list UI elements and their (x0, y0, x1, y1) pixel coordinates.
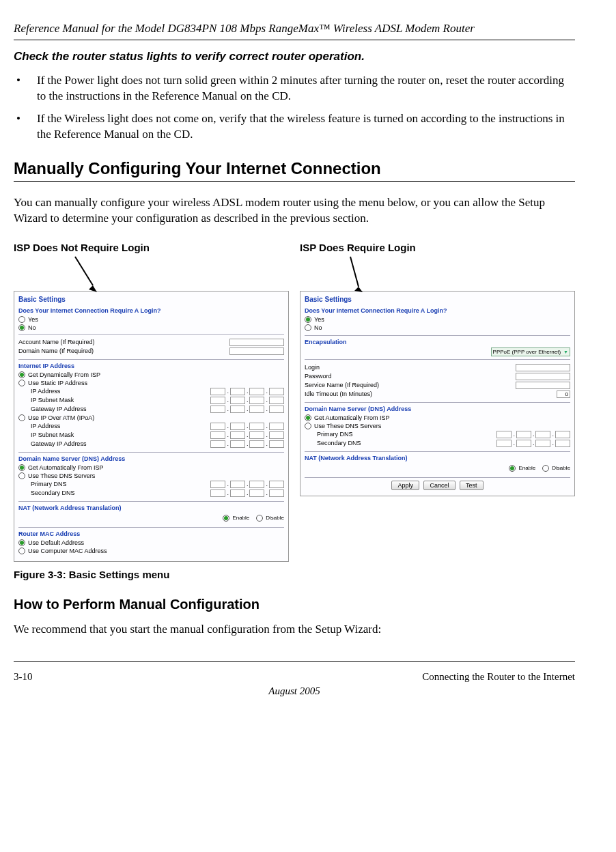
chapter-title: Connecting the Router to the Internet (422, 671, 575, 683)
body-paragraph: We recommend that you start the manual c… (14, 622, 575, 638)
chevron-down-icon: ▼ (563, 350, 568, 354)
settings-panel-left: Basic Settings Does Your Internet Connec… (14, 291, 289, 562)
left-caption-text: ISP Does Not Require Login (14, 242, 150, 253)
panel-title: Basic Settings (305, 296, 570, 303)
panel-title: Basic Settings (18, 296, 284, 303)
intro-paragraph: You can manually configure your wireless… (14, 195, 575, 227)
radio-nat-disable[interactable] (542, 465, 549, 472)
nat-heading: NAT (Network Address Translation) (305, 451, 570, 462)
svg-marker-1 (89, 285, 97, 292)
radio-label: Use These DNS Servers (314, 423, 381, 429)
radio-yes[interactable] (305, 316, 311, 323)
idle-timeout-label: Idle Timeout (In Minutes) (305, 390, 557, 397)
radio-label: No (28, 324, 36, 331)
select-value: PPPoE (PPP over Ethernet) (493, 349, 561, 355)
dns-heading: Domain Name Server (DNS) Address (18, 452, 284, 462)
radio-yes[interactable] (18, 316, 25, 323)
subnet-label: IP Subnet Mask (31, 431, 210, 438)
secondary-dns-input[interactable]: ... (496, 440, 570, 447)
test-button[interactable]: Test (460, 481, 484, 490)
radio-label: Use IP Over ATM (IPoA) (28, 414, 94, 421)
ip-address-label: IP Address (31, 423, 210, 429)
dns-heading: Domain Name Server (DNS) Address (305, 402, 570, 412)
login-question: Does Your Internet Connection Require A … (305, 307, 570, 314)
radio-label: Enable (232, 515, 249, 521)
radio-static[interactable] (18, 380, 25, 386)
radio-label: Get Automatically From ISP (314, 414, 390, 421)
radio-dns-use[interactable] (305, 423, 311, 429)
radio-label: Get Automatically From ISP (28, 464, 104, 471)
gateway-input[interactable]: ... (210, 440, 284, 448)
radio-dns-auto[interactable] (305, 414, 311, 421)
subnet-input[interactable]: ... (210, 397, 284, 404)
radio-no[interactable] (18, 324, 25, 331)
login-question: Does Your Internet Connection Require A … (18, 307, 284, 314)
domain-name-input[interactable] (229, 347, 284, 355)
footer-date: August 2005 (14, 685, 575, 697)
primary-dns-label: Primary DNS (31, 481, 210, 487)
radio-ipoa[interactable] (18, 414, 25, 421)
service-name-label: Service Name (If Required) (305, 382, 516, 388)
radio-label: Use These DNS Servers (28, 472, 95, 479)
radio-label: Disable (266, 515, 284, 521)
footer: 3-10 Connecting the Router to the Intern… (14, 661, 575, 697)
radio-label: Use Static IP Address (28, 380, 87, 386)
arrow-icon (348, 255, 380, 296)
subnet-input[interactable]: ... (210, 431, 284, 439)
service-name-input[interactable] (516, 382, 570, 389)
radio-nat-disable[interactable] (256, 515, 263, 522)
secondary-dns-input[interactable]: ... (210, 489, 284, 497)
radio-label: Enable (518, 465, 535, 471)
step-heading: Check the router status lights to verify… (14, 50, 575, 63)
radio-nat-enable[interactable] (509, 465, 516, 472)
login-label: Login (305, 364, 516, 371)
radio-mac-default[interactable] (18, 539, 25, 546)
ip-address-input[interactable]: ... (210, 388, 284, 395)
bullet-list: • If the Power light does not turn solid… (14, 73, 575, 143)
ip-address-label: IP Address (31, 388, 210, 395)
radio-dns-auto[interactable] (18, 464, 25, 471)
radio-label: Use Default Address (28, 539, 84, 546)
gateway-label: Gateway IP Address (31, 440, 210, 447)
list-item: • If the Wireless light does not come on… (14, 111, 575, 143)
apply-button[interactable]: Apply (391, 481, 419, 490)
primary-dns-input[interactable]: ... (496, 431, 570, 438)
figure-caption: Figure 3-3: Basic Settings menu (14, 569, 575, 580)
figure-row: ISP Does Not Require Login Basic Setting… (14, 242, 575, 562)
subnet-label: IP Subnet Mask (31, 397, 210, 403)
radio-label: Get Dynamically From ISP (28, 371, 100, 378)
encapsulation-heading: Encapsulation (305, 335, 570, 345)
svg-marker-3 (354, 287, 363, 292)
encapsulation-select[interactable]: PPPoE (PPP over Ethernet)▼ (491, 347, 570, 356)
radio-no[interactable] (305, 324, 311, 331)
radio-label: Yes (28, 316, 38, 323)
gateway-input[interactable]: ... (210, 406, 284, 413)
figure-right: ISP Does Require Login Basic Settings Do… (300, 242, 575, 496)
radio-nat-enable[interactable] (223, 515, 229, 522)
radio-label: Yes (314, 316, 324, 323)
left-caption: ISP Does Not Require Login (14, 242, 289, 291)
password-label: Password (305, 373, 516, 380)
radio-dynamic[interactable] (18, 371, 25, 378)
running-header: Reference Manual for the Model DG834PN 1… (14, 22, 575, 36)
password-input[interactable] (516, 373, 570, 380)
cancel-button[interactable]: Cancel (423, 481, 455, 490)
header-rule (14, 40, 575, 40)
radio-label: Use Computer MAC Address (28, 548, 107, 554)
radio-mac-computer[interactable] (18, 548, 25, 554)
arrow-icon (72, 255, 105, 296)
radio-dns-use[interactable] (18, 472, 25, 479)
account-name-label: Account Name (If Required) (18, 339, 229, 345)
mac-heading: Router MAC Address (18, 527, 284, 537)
bullet-icon: • (14, 111, 37, 143)
right-caption-text: ISP Does Require Login (300, 242, 416, 253)
button-row: Apply Cancel Test (305, 477, 570, 490)
login-input[interactable] (516, 364, 570, 371)
primary-dns-input[interactable]: ... (210, 481, 284, 488)
account-name-input[interactable] (229, 339, 284, 346)
radio-label: No (314, 324, 322, 331)
primary-dns-label: Primary DNS (317, 431, 496, 438)
gateway-label: Gateway IP Address (31, 406, 210, 412)
ip-address-input[interactable]: ... (210, 423, 284, 430)
idle-timeout-input[interactable]: 0 (557, 390, 570, 398)
